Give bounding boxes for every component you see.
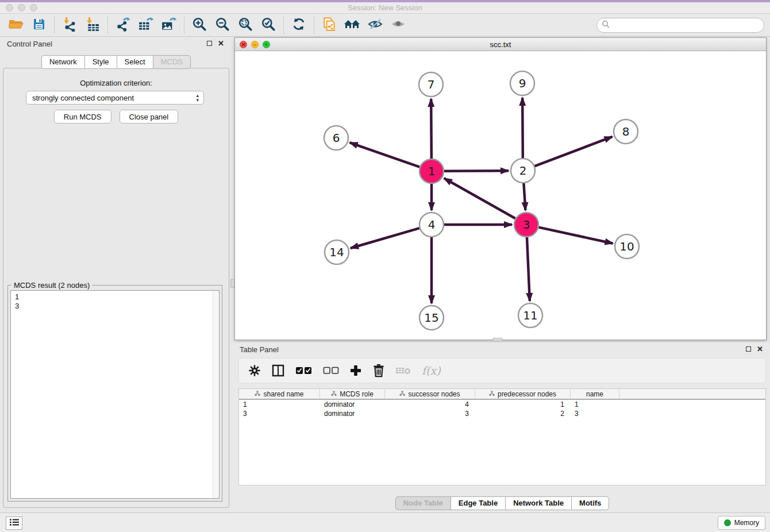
- cell-successor-nodes[interactable]: 4: [385, 400, 475, 409]
- network-canvas[interactable]: 7968124314101511: [235, 51, 766, 340]
- column-header-successor-nodes[interactable]: successor nodes: [385, 389, 475, 399]
- horizontal-splitter-handle[interactable]: [493, 338, 502, 341]
- graph-node-8[interactable]: 8: [614, 119, 638, 144]
- reset-layout-button[interactable]: [341, 16, 364, 35]
- tab-node-table[interactable]: Node Table: [395, 496, 451, 510]
- column-header-MCDS-role[interactable]: MCDS role: [320, 389, 385, 399]
- column-header-label: predecessor nodes: [498, 390, 556, 398]
- vertical-splitter-handle[interactable]: [230, 279, 234, 288]
- window-title: Session: New Session: [0, 3, 770, 12]
- save-session-button[interactable]: [28, 16, 51, 35]
- tab-edge-table[interactable]: Edge Table: [451, 496, 505, 510]
- graph-node-15[interactable]: 15: [419, 306, 444, 330]
- cell-shared-name[interactable]: 3: [239, 409, 320, 418]
- edge-3-10[interactable]: [538, 228, 613, 244]
- control-panel-float-icon[interactable]: [207, 41, 212, 46]
- graph-node-7[interactable]: 7: [419, 72, 443, 97]
- criterion-dropdown[interactable]: strongly connected component ▴▾: [26, 91, 204, 105]
- column-header-label: name: [586, 390, 603, 398]
- export-image-button[interactable]: [157, 16, 180, 35]
- edge-3-1[interactable]: [444, 178, 515, 218]
- node-label-10: 10: [619, 240, 634, 253]
- tab-network[interactable]: Network: [41, 55, 84, 69]
- edge-2-3[interactable]: [523, 183, 525, 210]
- column-tree-icon: [331, 390, 337, 398]
- edge-2-9[interactable]: [522, 98, 523, 158]
- cell-shared-name[interactable]: 1: [239, 400, 320, 409]
- graph-node-11[interactable]: 11: [518, 303, 542, 327]
- search-field[interactable]: [596, 18, 764, 33]
- cell-predecessor-nodes[interactable]: 1: [475, 400, 571, 409]
- mcds-result-scrollbar[interactable]: [213, 291, 219, 498]
- import-network-button[interactable]: [58, 16, 81, 35]
- graph-node-4[interactable]: 4: [419, 213, 444, 237]
- column-header-predecessor-nodes[interactable]: predecessor nodes: [475, 389, 571, 399]
- cell-name[interactable]: 1: [571, 400, 619, 409]
- export-network-button[interactable]: [111, 16, 134, 35]
- node-label-3: 3: [523, 218, 530, 232]
- save-floppy-icon: [32, 17, 46, 33]
- export-table-button[interactable]: [134, 16, 157, 35]
- tab-style[interactable]: Style: [84, 55, 117, 69]
- delete-columns-trash-icon[interactable]: [372, 362, 385, 379]
- add-column-icon[interactable]: [349, 362, 362, 379]
- graph-node-6[interactable]: 6: [324, 126, 348, 150]
- task-history-button[interactable]: [6, 516, 22, 530]
- zoom-selected-button[interactable]: [257, 16, 280, 35]
- clone-network-button[interactable]: [318, 16, 341, 35]
- edge-3-11[interactable]: [527, 237, 530, 301]
- run-mcds-button[interactable]: Run MCDS: [54, 110, 111, 124]
- close-panel-button[interactable]: Close panel: [120, 110, 179, 124]
- open-session-button[interactable]: [5, 16, 28, 35]
- search-icon: [602, 20, 610, 30]
- control-panel-close-icon[interactable]: ✕: [218, 40, 224, 47]
- search-input[interactable]: [612, 21, 764, 30]
- tab-select[interactable]: Select: [117, 55, 153, 69]
- graph-node-3[interactable]: 3: [514, 213, 538, 237]
- deselect-all-checkboxes-icon[interactable]: [323, 362, 339, 379]
- hide-graphics-details-button[interactable]: [364, 16, 387, 35]
- edge-1-6[interactable]: [350, 142, 420, 167]
- column-settings-gear-icon[interactable]: [248, 362, 261, 379]
- mcds-result-box[interactable]: 1 3: [10, 290, 220, 499]
- cell-successor-nodes[interactable]: 3: [385, 409, 475, 418]
- graph-node-2[interactable]: 2: [511, 159, 535, 183]
- tab-motifs[interactable]: Motifs: [571, 496, 609, 510]
- edge-4-14[interactable]: [351, 228, 419, 248]
- show-graphics-details-button[interactable]: [387, 16, 410, 35]
- graph-node-14[interactable]: 14: [325, 240, 349, 264]
- fit-content-button[interactable]: [234, 16, 257, 35]
- control-panel-tabs: Network Style Select MCDS: [0, 55, 232, 69]
- main-toolbar: [0, 14, 770, 37]
- node-label-8: 8: [622, 125, 630, 138]
- network-window-titlebar[interactable]: ✕ − + scc.txt: [235, 38, 766, 51]
- tab-network-table[interactable]: Network Table: [505, 496, 571, 510]
- select-all-checkboxes-icon[interactable]: [295, 362, 313, 379]
- zoom-out-button[interactable]: [211, 16, 234, 35]
- tab-mcds[interactable]: MCDS: [153, 55, 191, 69]
- graph-node-10[interactable]: 10: [615, 234, 639, 259]
- table-row-3[interactable]: 3dominator323: [239, 409, 765, 418]
- show-columns-icon[interactable]: [271, 362, 285, 379]
- cell-predecessor-nodes[interactable]: 2: [475, 409, 571, 418]
- graph-node-1[interactable]: 1: [419, 159, 444, 183]
- table-row-1[interactable]: 1dominator411: [239, 400, 765, 409]
- node-label-4: 4: [428, 218, 436, 232]
- table-panel-float-icon[interactable]: [746, 346, 751, 352]
- table-panel-close-icon[interactable]: ✕: [757, 346, 763, 352]
- memory-button[interactable]: Memory: [718, 516, 765, 530]
- cell-name[interactable]: 3: [571, 409, 619, 418]
- edge-2-8[interactable]: [535, 137, 613, 166]
- column-header-name[interactable]: name: [571, 389, 619, 399]
- graph-node-9[interactable]: 9: [510, 71, 534, 95]
- cell-MCDS-role[interactable]: dominator: [320, 409, 385, 418]
- import-table-button[interactable]: [81, 16, 104, 35]
- delete-table-icon[interactable]: [395, 362, 411, 379]
- edge-1-2[interactable]: [444, 171, 509, 171]
- edge-1-7[interactable]: [431, 99, 432, 159]
- zoom-in-button[interactable]: [188, 16, 211, 35]
- apply-function-icon[interactable]: f(x): [422, 362, 441, 379]
- column-header-shared-name[interactable]: shared name: [239, 389, 320, 399]
- cell-MCDS-role[interactable]: dominator: [320, 400, 385, 409]
- refresh-view-button[interactable]: [287, 16, 310, 35]
